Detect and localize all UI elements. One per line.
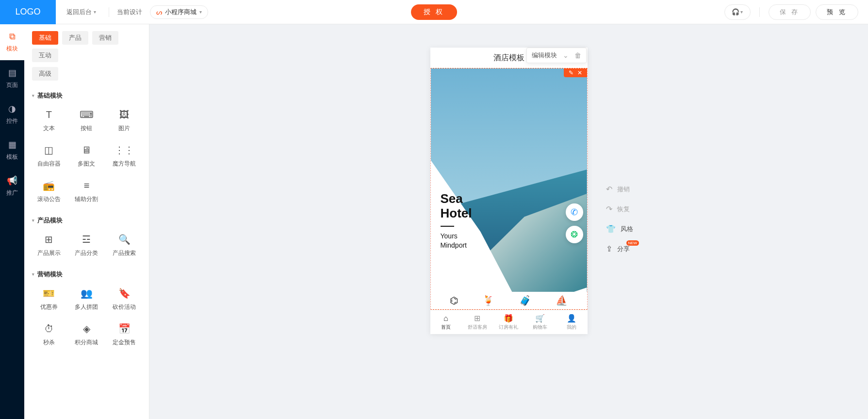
tab-gift[interactable]: 🎁订房有礼 [493, 310, 524, 334]
comp-flashsale[interactable]: ⏱秒杀 [32, 321, 66, 349]
back-link[interactable]: 返回后台 ▾ [62, 5, 101, 19]
section-marketing-title[interactable]: ▾ 营销模块 [32, 270, 141, 279]
rtool-label: 风格 [621, 225, 633, 234]
tab-basic[interactable]: 基础 [32, 31, 58, 45]
tab-me[interactable]: 👤我的 [556, 310, 588, 334]
gallery-icon: 🖥 [81, 144, 92, 156]
rtool-label: 恢复 [617, 205, 630, 214]
tab-rooms[interactable]: ⊞舒适客房 [461, 310, 493, 334]
phone-body[interactable]: ✎ ✕ SeaHotel YoursMindport ✆ ❂ [430, 68, 588, 310]
category-tabs: 基础 产品 营销 互动 [32, 31, 141, 62]
tab-interact[interactable]: 互动 [32, 49, 58, 62]
component-panel: 基础 产品 营销 互动 高级 ▾ 基础模块 T文本 ⌨按钮 🖼图片 ◫自由容器 … [24, 24, 149, 419]
save-button[interactable]: 保 存 [769, 4, 811, 20]
authorize-button[interactable]: 授 权 [411, 4, 458, 20]
leftnav-templates[interactable]: ▦ 模板 [0, 132, 24, 168]
new-badge: NEW [626, 240, 639, 246]
section-label: 营销模块 [37, 270, 63, 279]
comp-product-category[interactable]: ☲产品分类 [70, 232, 104, 259]
templates-icon: ▦ [8, 139, 16, 150]
leftnav-modules[interactable]: ⧉ 模块 [0, 24, 24, 60]
phone-header: 酒店模板 编辑模块 ⌄ 🗑 [430, 48, 588, 68]
comp-groupbuy[interactable]: 👥多人拼团 [70, 285, 104, 313]
comp-product-search[interactable]: 🔍产品搜索 [107, 232, 141, 259]
section-product-title[interactable]: ▾ 产品模块 [32, 216, 141, 225]
wechat-icon: ❂ [571, 229, 578, 240]
comp-label: 滚动公告 [37, 195, 61, 203]
phone-preview: 酒店模板 编辑模块 ⌄ 🗑 ✎ ✕ SeaHotel Yo [430, 48, 588, 334]
shirt-icon: 👕 [606, 224, 616, 234]
headset-icon: 🎧 [732, 8, 739, 16]
stopwatch-icon: ⏱ [43, 323, 55, 335]
leftnav-label: 推广 [6, 189, 18, 197]
leftnav-label: 模板 [6, 153, 18, 161]
comp-button[interactable]: ⌨按钮 [70, 107, 104, 134]
search-icon: 🔍 [118, 234, 130, 245]
tab-advanced[interactable]: 高级 [32, 67, 58, 81]
design-selector[interactable]: ᔕ 小程序商城 ▾ [150, 5, 208, 19]
megaphone-icon: 📢 [7, 175, 17, 186]
comp-coupon[interactable]: 🎫优惠券 [32, 285, 66, 313]
hero-subtitle: YoursMindport [441, 232, 472, 250]
wechat-button[interactable]: ❂ [566, 226, 583, 243]
ticket-icon: 🎫 [43, 287, 55, 299]
tab-cart[interactable]: 🛒购物车 [524, 310, 556, 334]
group-icon: 👥 [81, 287, 92, 299]
comp-text[interactable]: T文本 [32, 107, 66, 134]
comp-divider[interactable]: ≡辅助分割 [70, 178, 104, 205]
container-icon: ◫ [43, 144, 55, 156]
canvas[interactable]: 酒店模板 编辑模块 ⌄ 🗑 ✎ ✕ SeaHotel Yo [149, 24, 868, 419]
triangle-down-icon: ▾ [32, 272, 34, 277]
phone-icon: ✆ [571, 207, 578, 218]
comp-notice[interactable]: 📻滚动公告 [32, 178, 66, 205]
comp-presale[interactable]: 📅定金预售 [107, 321, 141, 349]
comp-product-display[interactable]: ⊞产品展示 [32, 232, 66, 259]
tab-marketing[interactable]: 营销 [92, 31, 118, 45]
comp-label: 优惠券 [40, 303, 58, 311]
leftnav-controls[interactable]: ◑ 控件 [0, 96, 24, 132]
tab-label: 我的 [567, 324, 576, 331]
tab-home[interactable]: ⌂首页 [430, 310, 462, 334]
right-tools: ↶撤销 ↷恢复 👕风格 ⇪ 分享 NEW [606, 184, 633, 253]
delete-icon[interactable]: 🗑 [574, 51, 581, 59]
collapse-icon[interactable]: ⌄ [563, 51, 569, 59]
hero-title: SeaHotel [441, 192, 472, 221]
call-button[interactable]: ✆ [566, 203, 583, 221]
undo-button[interactable]: ↶撤销 [606, 184, 633, 194]
leftnav-promo[interactable]: 📢 推广 [0, 168, 24, 204]
comp-bargain[interactable]: 🔖砍价活动 [107, 285, 141, 313]
comp-points[interactable]: ◈积分商城 [70, 321, 104, 349]
tab-label: 购物车 [533, 324, 547, 331]
topbar-left: 返回后台 ▾ 当前设计 ᔕ 小程序商城 ▾ [56, 5, 208, 19]
chevron-down-icon: ▾ [94, 9, 96, 15]
close-icon[interactable]: ✕ [577, 69, 582, 76]
cart-icon: 🛒 [535, 314, 545, 323]
tab-product[interactable]: 产品 [62, 31, 88, 45]
chevron-down-icon: ▾ [740, 9, 743, 15]
share-button[interactable]: ⇪ 分享 NEW [606, 244, 633, 253]
comp-container[interactable]: ◫自由容器 [32, 142, 66, 170]
page-title: 酒店模板 [493, 53, 524, 63]
tab-label: 订房有礼 [499, 324, 518, 331]
style-button[interactable]: 👕风格 [606, 224, 633, 234]
comp-multiimage[interactable]: 🖥多图文 [70, 142, 104, 170]
leftnav-pages[interactable]: ▤ 页面 [0, 60, 24, 96]
tooltip-label: 编辑模块 [532, 51, 557, 60]
diamond-icon: ◈ [81, 323, 92, 335]
preview-button[interactable]: 预 览 [816, 4, 858, 20]
marketing-grid: 🎫优惠券 👥多人拼团 🔖砍价活动 ⏱秒杀 ◈积分商城 📅定金预售 [32, 285, 141, 349]
rtool-label: 撤销 [617, 185, 630, 194]
section-basic-title[interactable]: ▾ 基础模块 [32, 91, 141, 100]
phone-tabbar: ⌂首页 ⊞舒适客房 🎁订房有礼 🛒购物车 👤我的 [430, 310, 588, 334]
share-icon: ⇪ [606, 244, 612, 253]
redo-button[interactable]: ↷恢复 [606, 204, 633, 214]
divider-icon: ≡ [81, 180, 92, 191]
leftnav-label: 页面 [6, 81, 18, 89]
comp-magic-nav[interactable]: ⋮⋮魔方导航 [107, 142, 141, 170]
triangle-down-icon: ▾ [32, 218, 34, 223]
comp-image[interactable]: 🖼图片 [107, 107, 141, 134]
pages-icon: ▤ [8, 67, 16, 78]
edit-icon[interactable]: ✎ [569, 69, 573, 76]
support-button[interactable]: 🎧 ▾ [724, 4, 751, 20]
hero-text: SeaHotel YoursMindport [441, 192, 472, 250]
